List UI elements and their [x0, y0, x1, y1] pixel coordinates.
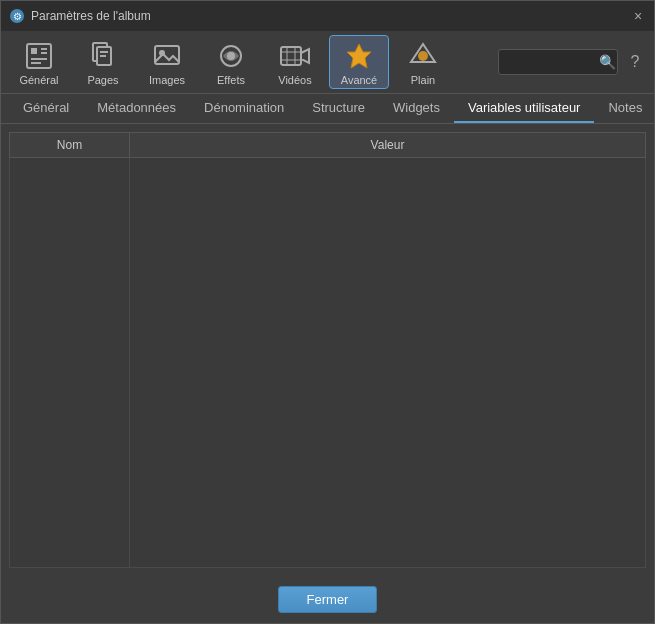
- toolbar-label-pages: Pages: [87, 74, 118, 86]
- title-bar-left: ⚙ Paramètres de l'album: [9, 8, 151, 24]
- toolbar-btn-images[interactable]: Images: [137, 35, 197, 89]
- help-button[interactable]: ?: [624, 51, 646, 73]
- window-title: Paramètres de l'album: [31, 9, 151, 23]
- search-input[interactable]: [505, 55, 595, 69]
- search-box[interactable]: 🔍: [498, 49, 618, 75]
- col-header-valeur: Valeur: [130, 133, 646, 158]
- toolbar-label-avance: Avancé: [341, 74, 378, 86]
- pages-icon: [87, 40, 119, 72]
- svg-rect-4: [41, 48, 47, 50]
- svg-rect-11: [100, 55, 106, 57]
- videos-icon: [279, 40, 311, 72]
- toolbar-btn-general[interactable]: Général: [9, 35, 69, 89]
- toolbar: Général Pages Images: [1, 31, 654, 94]
- svg-rect-12: [155, 46, 179, 64]
- tab-denomination[interactable]: Dénomination: [190, 94, 298, 123]
- tab-general[interactable]: Général: [9, 94, 83, 123]
- toolbar-label-general: Général: [19, 74, 58, 86]
- tab-widgets[interactable]: Widgets: [379, 94, 454, 123]
- svg-rect-10: [100, 51, 108, 53]
- tab-metadonnees[interactable]: Métadonnées: [83, 94, 190, 123]
- toolbar-btn-videos[interactable]: Vidéos: [265, 35, 325, 89]
- toolbar-label-plain: Plain: [411, 74, 435, 86]
- svg-rect-6: [31, 58, 47, 60]
- toolbar-label-images: Images: [149, 74, 185, 86]
- avance-icon: [343, 40, 375, 72]
- table-cell-nom: [10, 158, 130, 568]
- toolbar-label-videos: Vidéos: [278, 74, 311, 86]
- col-header-nom: Nom: [10, 133, 130, 158]
- toolbar-btn-plain[interactable]: Plain: [393, 35, 453, 89]
- tab-structure[interactable]: Structure: [298, 94, 379, 123]
- effets-icon: [215, 40, 247, 72]
- toolbar-label-effets: Effets: [217, 74, 245, 86]
- svg-rect-16: [281, 47, 301, 65]
- svg-rect-5: [41, 52, 47, 54]
- toolbar-buttons: Général Pages Images: [9, 35, 453, 89]
- svg-text:⚙: ⚙: [13, 11, 22, 22]
- svg-marker-17: [301, 49, 309, 63]
- table-empty-row: [10, 158, 646, 568]
- title-bar: ⚙ Paramètres de l'album ×: [1, 1, 654, 31]
- svg-point-22: [418, 51, 428, 61]
- main-window: ⚙ Paramètres de l'album × Général: [0, 0, 655, 624]
- variables-table: Nom Valeur: [9, 132, 646, 568]
- search-icon: 🔍: [599, 54, 616, 70]
- plain-icon: [407, 40, 439, 72]
- tab-notes[interactable]: Notes: [594, 94, 655, 123]
- svg-rect-7: [31, 62, 41, 64]
- toolbar-btn-pages[interactable]: Pages: [73, 35, 133, 89]
- content-area: Nom Valeur: [1, 124, 654, 576]
- table-cell-valeur: [130, 158, 646, 568]
- app-icon: ⚙: [9, 8, 25, 24]
- images-icon: [151, 40, 183, 72]
- toolbar-btn-effets[interactable]: Effets: [201, 35, 261, 89]
- footer: Fermer: [1, 576, 654, 623]
- toolbar-btn-avance[interactable]: Avancé: [329, 35, 389, 89]
- tab-variables-utilisateur[interactable]: Variables utilisateur: [454, 94, 594, 123]
- fermer-button[interactable]: Fermer: [278, 586, 378, 613]
- tab-bar-primary: Général Métadonnées Dénomination Structu…: [1, 94, 654, 124]
- svg-rect-3: [31, 48, 37, 54]
- close-window-button[interactable]: ×: [630, 8, 646, 24]
- general-icon: [23, 40, 55, 72]
- svg-point-15: [227, 52, 235, 60]
- toolbar-right: 🔍 ?: [498, 49, 646, 75]
- svg-rect-2: [27, 44, 51, 68]
